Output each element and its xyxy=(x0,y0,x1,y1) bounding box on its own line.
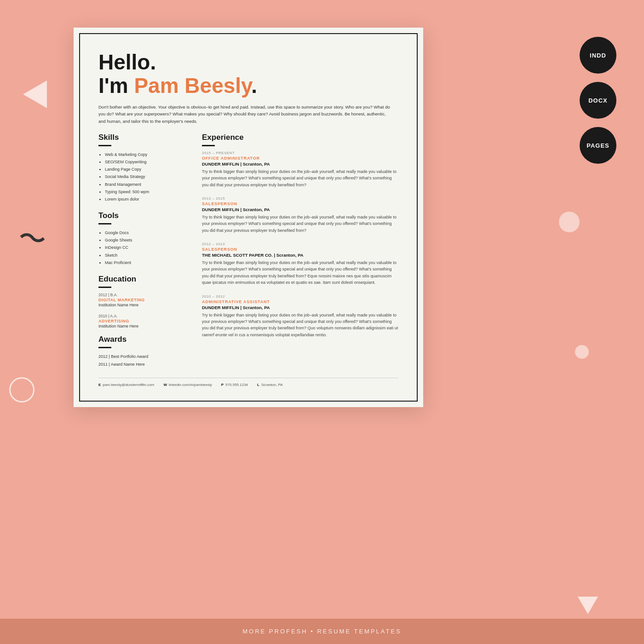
tools-list: Google Docs Google Sheets InDesign CC Sk… xyxy=(98,229,188,266)
experience-divider xyxy=(202,145,215,146)
deco-circle-right xyxy=(559,212,580,232)
footer-email: E pam.beesly@dundermifflin.com xyxy=(98,383,154,387)
format-buttons: INDD DOCX PAGES xyxy=(580,37,616,164)
resume-header: Hello. I'm Pam Beesly. Don't bother with… xyxy=(98,51,398,125)
award-2: 2011 | Award Name Here xyxy=(98,361,188,368)
exp-years-4: 2010 – 2012 xyxy=(202,294,398,299)
tools-divider xyxy=(98,223,111,224)
list-item: SEO/SEM Copywriting xyxy=(105,158,188,166)
edu-institution-2: Institution Name Here xyxy=(98,324,188,328)
web-value: linkedin.com/in/pambeesly xyxy=(169,383,212,387)
exp-desc-4: Try to think bigger than simply listing … xyxy=(202,312,398,339)
right-column: Experience 2015 – Present Office Adminis… xyxy=(202,133,398,368)
exp-entry-4: 2010 – 2012 Administrative Assistant DUN… xyxy=(202,294,398,339)
exp-entry-1: 2015 – Present Office Administrator DUND… xyxy=(202,151,398,188)
email-value: pam.beesly@dundermifflin.com xyxy=(103,383,154,387)
experience-title: Experience xyxy=(202,133,398,142)
exp-years-3: 2012 – 2013 xyxy=(202,242,398,246)
list-item: Sketch xyxy=(105,252,188,259)
skills-title: Skills xyxy=(98,133,188,142)
list-item: Google Docs xyxy=(105,229,188,236)
skills-section: Skills Web & Marketing Copy SEO/SEM Copy… xyxy=(98,133,188,203)
exp-desc-1: Try to think bigger than simply listing … xyxy=(202,168,398,188)
education-title: Education xyxy=(98,275,188,284)
list-item: Landing Page Copy xyxy=(105,166,188,173)
exp-company-4: DUNDER MIFFLIN | Scranton, PA xyxy=(202,305,398,310)
exp-desc-2: Try to think bigger than simply listing … xyxy=(202,214,398,234)
list-item: InDesign CC xyxy=(105,244,188,251)
indd-button[interactable]: INDD xyxy=(580,37,616,74)
list-item: Mac Proficient xyxy=(105,259,188,266)
edu-institution-1: Institution Name Here xyxy=(98,303,188,307)
skills-list: Web & Marketing Copy SEO/SEM Copywriting… xyxy=(98,151,188,203)
resume-body: Skills Web & Marketing Copy SEO/SEM Copy… xyxy=(98,133,398,368)
bottom-bar: MORE PROFESH • Resume Templates xyxy=(0,619,644,644)
exp-title-2: Salesperson xyxy=(202,201,398,206)
skills-divider xyxy=(98,145,111,146)
edu-entry-2: 2010 | A.A. Advertising Institution Name… xyxy=(98,314,188,328)
awards-divider xyxy=(98,347,111,348)
deco-squiggle: 〜 xyxy=(15,218,49,260)
education-section: Education 2012 | B.A. Digital Marketing … xyxy=(98,275,188,328)
bottom-bar-text: MORE PROFESH • Resume Templates xyxy=(242,628,402,635)
exp-company-3: THE MICHAEL SCOTT PAPER CO. | Scranton, … xyxy=(202,253,398,258)
deco-circle-right2 xyxy=(575,345,589,359)
exp-title-1: Office Administrator xyxy=(202,156,398,161)
exp-desc-3: Try to think bigger than simply listing … xyxy=(202,259,398,286)
exp-entry-2: 2013 – 2015 Salesperson DUNDER MIFFLIN |… xyxy=(202,196,398,234)
footer-location: L Scranton, PA xyxy=(257,383,282,387)
resume-paper: Hello. I'm Pam Beesly. Don't bother with… xyxy=(74,28,423,407)
exp-years-2: 2013 – 2015 xyxy=(202,196,398,201)
resume-inner: Hello. I'm Pam Beesly. Don't bother with… xyxy=(79,33,418,402)
award-1: 2012 | Best Portfolio Award xyxy=(98,353,188,361)
phone-label: P xyxy=(221,383,224,387)
location-value: Scranton, PA xyxy=(261,383,283,387)
name: Pam Beesly xyxy=(134,74,251,98)
greeting: Hello. xyxy=(98,51,398,74)
list-item: Web & Marketing Copy xyxy=(105,151,188,158)
list-item: Social Media Strategy xyxy=(105,173,188,180)
pages-button[interactable]: PAGES xyxy=(580,127,616,164)
experience-section: Experience 2015 – Present Office Adminis… xyxy=(202,133,398,338)
location-label: L xyxy=(257,383,259,387)
list-item: Lorem ipsum dolor xyxy=(105,196,188,203)
exp-years-1: 2015 – Present xyxy=(202,151,398,155)
awards-section: Awards 2012 | Best Portfolio Award 2011 … xyxy=(98,335,188,368)
resume-footer: E pam.beesly@dundermifflin.com W linkedi… xyxy=(98,378,398,387)
exp-title-3: Salesperson xyxy=(202,247,398,252)
intro-suffix: . xyxy=(251,74,257,98)
exp-entry-3: 2012 – 2013 Salesperson THE MICHAEL SCOT… xyxy=(202,242,398,286)
edu-year-1: 2012 | B.A. xyxy=(98,293,188,297)
exp-title-4: Administrative Assistant xyxy=(202,299,398,304)
tools-title: Tools xyxy=(98,211,188,220)
tools-section: Tools Google Docs Google Sheets InDesign… xyxy=(98,211,188,266)
edu-year-2: 2010 | A.A. xyxy=(98,314,188,318)
footer-web: W linkedin.com/in/pambeesly xyxy=(163,383,212,387)
deco-circle-outline xyxy=(9,377,34,402)
intro-prefix: I'm xyxy=(98,74,134,98)
deco-triangle-br xyxy=(578,597,598,614)
left-column: Skills Web & Marketing Copy SEO/SEM Copy… xyxy=(98,133,188,368)
deco-triangle-left xyxy=(23,80,47,108)
list-item: Typing Speed: 500 wpm xyxy=(105,188,188,196)
exp-company-2: DUNDER MIFFLIN | Scranton, PA xyxy=(202,207,398,212)
web-label: W xyxy=(163,383,167,387)
phone-value: 570.555.1234 xyxy=(225,383,248,387)
edu-degree-1: Digital Marketing xyxy=(98,298,188,302)
list-item: Google Sheets xyxy=(105,236,188,244)
education-divider xyxy=(98,287,111,288)
email-label: E xyxy=(98,383,101,387)
exp-company-1: DUNDER MIFFLIN | Scranton, PA xyxy=(202,161,398,167)
awards-title: Awards xyxy=(98,335,188,344)
edu-entry-1: 2012 | B.A. Digital Marketing Institutio… xyxy=(98,293,188,307)
summary-text: Don't bother with an objective. Your obj… xyxy=(98,104,393,125)
list-item: Brand Management xyxy=(105,181,188,188)
docx-button[interactable]: DOCX xyxy=(580,82,616,119)
edu-degree-2: Advertising xyxy=(98,319,188,323)
footer-phone: P 570.555.1234 xyxy=(221,383,248,387)
intro-line: I'm Pam Beesly. xyxy=(98,74,398,98)
